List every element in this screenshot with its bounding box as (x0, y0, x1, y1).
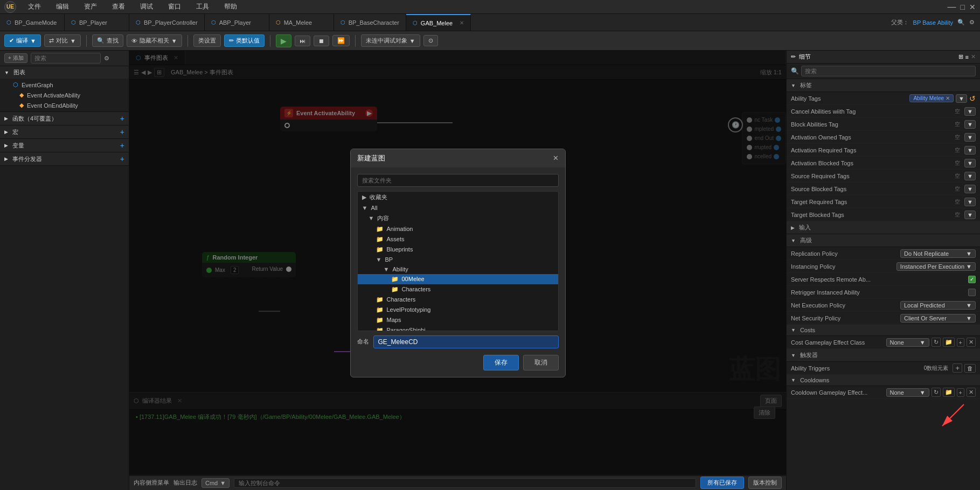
parent-class-value[interactable]: BP Base Ability (913, 19, 953, 26)
cancel-abilities-dropdown[interactable]: ▼ (964, 107, 976, 116)
ability-tags-reset[interactable]: ↺ (969, 94, 976, 103)
functions-title[interactable]: ▶ 函数（4可覆盖） + (0, 112, 129, 125)
add-variable-btn[interactable]: + (120, 141, 124, 150)
dialog-close-btn[interactable]: ✕ (553, 154, 559, 162)
target-required-dropdown[interactable]: ▼ (964, 198, 976, 206)
target-blocked-dropdown[interactable]: ▼ (964, 211, 976, 219)
search-icon[interactable]: 🔍 (957, 19, 965, 26)
details-list-btn[interactable]: ≡ (965, 54, 969, 60)
debug-extra-button[interactable]: ⊙ (423, 35, 438, 46)
input-section-header[interactable]: ▶ 输入 (787, 221, 980, 234)
tree-assets[interactable]: 📁 Assets (358, 234, 558, 244)
event-activate-item[interactable]: ◆ Event ActivateAbility (0, 90, 129, 100)
menu-debug[interactable]: 调试 (137, 1, 156, 12)
cost-effect-dropdown[interactable]: None ▼ (886, 338, 929, 347)
details-grid-btn[interactable]: ⊞ (958, 53, 963, 60)
variables-title[interactable]: ▶ 变量 + (0, 139, 129, 152)
macros-title[interactable]: ▶ 宏 + (0, 125, 129, 138)
activation-blocked-dropdown[interactable]: ▼ (964, 159, 976, 167)
menu-view[interactable]: 查看 (109, 1, 128, 12)
costs-section-header[interactable]: ▼ Costs (787, 325, 980, 336)
dialog-overlay[interactable]: 新建蓝图 ✕ ▶ 收藏夹 ▼ All ▼ 内容 (129, 51, 786, 475)
cmd-dropdown[interactable]: Cmd ▼ (201, 478, 230, 488)
tree-animation[interactable]: 📁 Animation (358, 224, 558, 234)
event-onend-item[interactable]: ◆ Event OnEndAbility (0, 100, 129, 110)
ability-tags-dropdown[interactable]: ▼ (956, 94, 967, 103)
tree-ability[interactable]: ▼ Ability (358, 264, 558, 274)
net-security-dropdown[interactable]: Client Or Server ▼ (900, 314, 976, 323)
menu-asset[interactable]: 资产 (81, 1, 100, 12)
tree-maps[interactable]: 📁 Maps (358, 315, 558, 325)
triggers-delete-btn[interactable]: 🗑 (964, 364, 976, 373)
tree-content[interactable]: ▼ 内容 (358, 213, 558, 224)
tree-all[interactable]: ▼ All (358, 203, 558, 213)
class-defaults-button[interactable]: ✏ 类默认值 (224, 34, 265, 47)
step-button[interactable]: ⏭ (295, 36, 310, 46)
cost-effect-browse-icon[interactable]: ↻ (932, 338, 941, 347)
graphs-title[interactable]: ▼ 图表 (0, 66, 129, 79)
triggers-section-header[interactable]: ▼ 触发器 (787, 349, 980, 362)
server-respects-checkbox[interactable]: ✓ (968, 276, 976, 283)
dialog-cancel-button[interactable]: 取消 (523, 355, 559, 370)
tree-00melee[interactable]: 📁 00Melee (358, 274, 558, 284)
tab-abp-player[interactable]: ⬡ ABP_Player (205, 14, 269, 31)
details-search-input[interactable] (801, 66, 976, 76)
tree-bp[interactable]: ▼ BP (358, 255, 558, 264)
details-close[interactable]: ✕ (971, 53, 976, 60)
settings-icon-left[interactable]: ⚙ (104, 55, 109, 62)
tree-blueprints[interactable]: 📁 Blueprints (358, 244, 558, 255)
advanced-section-header[interactable]: ▼ 高级 (787, 234, 980, 247)
activation-owned-dropdown[interactable]: ▼ (964, 133, 976, 142)
activation-required-dropdown[interactable]: ▼ (964, 146, 976, 155)
net-execution-dropdown[interactable]: Local Predicted ▼ (900, 301, 976, 310)
add-macro-btn[interactable]: + (120, 128, 124, 136)
tab-bp-player[interactable]: ⬡ BP_Player (65, 14, 129, 31)
content-browser-btn[interactable]: 内容侧滑菜单 (134, 479, 169, 487)
replication-policy-dropdown[interactable]: Do Not Replicate ▼ (900, 249, 976, 258)
add-function-btn[interactable]: + (120, 114, 124, 123)
play-button[interactable]: ▶ (276, 34, 291, 47)
triggers-add-btn[interactable]: + (953, 363, 962, 373)
menu-edit[interactable]: 编辑 (53, 1, 72, 12)
add-dispatcher-btn[interactable]: + (120, 155, 124, 163)
dialog-save-button[interactable]: 保存 (483, 355, 519, 370)
hide-unrelated-button[interactable]: 👁 隐藏不相关 ▼ (127, 34, 182, 47)
dispatchers-title[interactable]: ▶ 事件分发器 + (0, 152, 129, 165)
cooldowns-section-header[interactable]: ▼ Cooldowns (787, 375, 980, 386)
dialog-search-input[interactable] (357, 174, 559, 187)
dialog-name-input[interactable] (373, 335, 559, 348)
console-input[interactable] (234, 478, 696, 488)
compile-button[interactable]: ✔ 编译 ▼ (4, 34, 41, 47)
tab-close-gab[interactable]: ✕ (460, 20, 464, 26)
source-required-dropdown[interactable]: ▼ (964, 172, 976, 180)
cost-effect-clear-icon[interactable]: ✕ (967, 338, 976, 347)
instancing-policy-dropdown[interactable]: Instanced Per Execution ▼ (896, 262, 976, 271)
tab-gab-melee[interactable]: ⬡ GAB_Melee ✕ (406, 14, 471, 31)
close-btn[interactable]: ✕ (969, 3, 976, 11)
cooldown-effect-dropdown[interactable]: None ▼ (886, 388, 929, 397)
tab-bp-basecharacter[interactable]: ⬡ BP_BaseCharacter (334, 14, 406, 31)
cd-open-icon[interactable]: 📁 (943, 388, 955, 397)
tree-levelproto[interactable]: 📁 LevelPrototyping (358, 305, 558, 315)
menu-window[interactable]: 窗口 (165, 1, 184, 12)
event-graph-item[interactable]: ⬡ EventGraph (0, 80, 129, 90)
save-all-button[interactable]: 所有已保存 (700, 477, 744, 489)
tag-remove-btn[interactable]: ✕ (946, 95, 950, 101)
compare-button[interactable]: ⇄ 对比 ▼ (44, 34, 81, 47)
tree-paragon[interactable]: 📁 ParagonShinbi (358, 325, 558, 331)
tab-bp-playercontroller[interactable]: ⬡ BP_PlayerController (129, 14, 205, 31)
settings-icon[interactable]: ⚙ (969, 19, 975, 26)
skip-button[interactable]: ⏩ (332, 35, 350, 46)
version-control-button[interactable]: 版本控制 (748, 477, 782, 489)
retrigger-checkbox[interactable] (968, 289, 976, 296)
tab-bp-gamemode[interactable]: ⬡ BP_GameMode (0, 14, 65, 31)
maximize-btn[interactable]: □ (961, 3, 965, 11)
tags-section-header[interactable]: ▼ 标签 (787, 79, 980, 92)
find-button[interactable]: 🔍 查找 (92, 34, 123, 47)
tree-characters-sub[interactable]: 📁 Characters (358, 284, 558, 295)
cd-clear-icon[interactable]: ✕ (967, 388, 976, 397)
debug-target-button[interactable]: 未连中调试对象 ▼ (361, 34, 420, 47)
tab-ma-melee[interactable]: ⬡ MA_Melee (269, 14, 334, 31)
cost-effect-add-icon[interactable]: + (957, 338, 964, 347)
tree-favorites[interactable]: ▶ 收藏夹 (358, 192, 558, 203)
